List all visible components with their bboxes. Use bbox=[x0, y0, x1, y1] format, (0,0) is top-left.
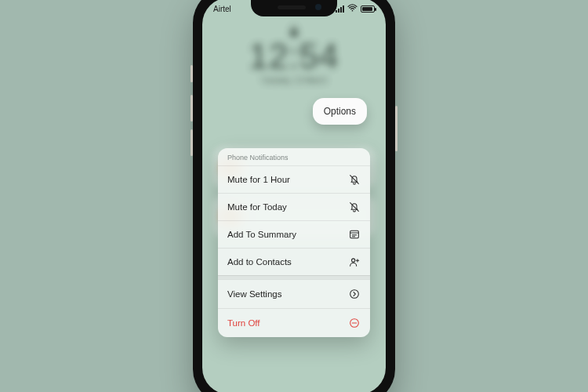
summary-icon bbox=[348, 228, 361, 241]
options-label: Options bbox=[324, 106, 356, 117]
bell-slash-icon bbox=[348, 173, 361, 186]
carrier-label: Airtel bbox=[213, 5, 231, 13]
battery-icon bbox=[361, 5, 375, 13]
menu-item-label: View Settings bbox=[227, 289, 281, 299]
svg-rect-1 bbox=[290, 31, 297, 37]
add-to-contacts-item[interactable]: Add to Contacts bbox=[218, 248, 370, 275]
notification-options-sheet: Phone Notifications Mute for 1 Hour Mute… bbox=[218, 148, 370, 337]
bell-slash-icon bbox=[348, 201, 361, 213]
svg-point-0 bbox=[352, 10, 354, 12]
volume-up-button bbox=[191, 95, 193, 122]
options-button[interactable]: Options bbox=[313, 98, 367, 125]
add-to-summary-item[interactable]: Add To Summary bbox=[218, 220, 370, 248]
notch bbox=[251, 0, 337, 16]
svg-point-4 bbox=[350, 290, 359, 299]
lockscreen-date: Tuesday, 13 March bbox=[202, 76, 386, 85]
menu-item-label: Mute for Today bbox=[227, 202, 287, 212]
screen: Airtel 12:54 Tuesday, 13 March Options bbox=[202, 0, 386, 392]
mute-switch bbox=[191, 65, 193, 82]
mute-1-hour-item[interactable]: Mute for 1 Hour bbox=[218, 165, 370, 193]
svg-rect-2 bbox=[350, 230, 359, 238]
volume-down-button bbox=[191, 129, 193, 156]
status-right bbox=[336, 4, 375, 13]
chevron-circle-icon bbox=[348, 288, 361, 300]
menu-item-label: Add To Summary bbox=[227, 230, 296, 239]
wifi-icon bbox=[347, 4, 358, 13]
minus-circle-icon bbox=[348, 317, 361, 329]
menu-item-label: Turn Off bbox=[227, 318, 260, 328]
view-settings-item[interactable]: View Settings bbox=[218, 279, 370, 308]
menu-item-label: Add to Contacts bbox=[227, 257, 292, 267]
side-button bbox=[395, 106, 397, 151]
add-contact-icon bbox=[348, 256, 361, 268]
svg-point-3 bbox=[352, 259, 355, 262]
menu-item-label: Mute for 1 Hour bbox=[227, 175, 290, 184]
sheet-header: Phone Notifications bbox=[218, 148, 370, 165]
lockscreen-time: 12:54 bbox=[202, 37, 386, 76]
mute-today-item[interactable]: Mute for Today bbox=[218, 193, 370, 220]
phone-mockup: Airtel 12:54 Tuesday, 13 March Options bbox=[193, 0, 395, 392]
turn-off-item[interactable]: Turn Off bbox=[218, 308, 370, 337]
